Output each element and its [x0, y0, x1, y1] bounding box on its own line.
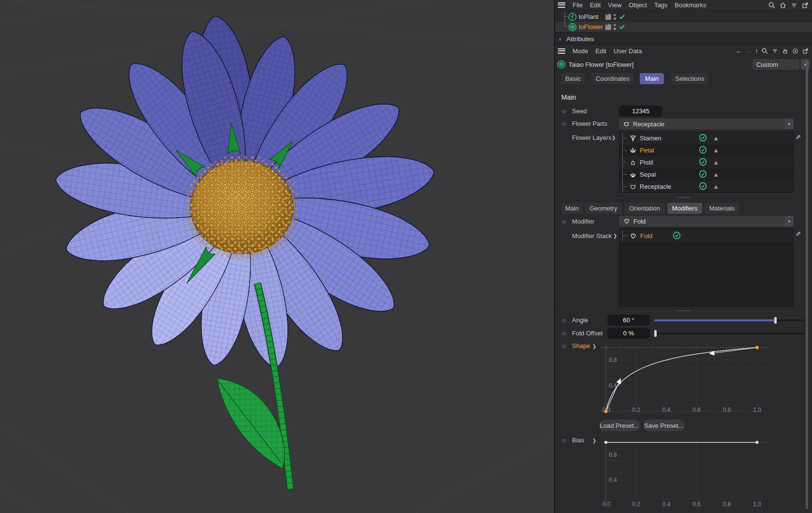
enabled-check-icon[interactable] [673, 231, 681, 240]
up-icon[interactable]: ↑ [755, 47, 758, 55]
preset-dropdown[interactable]: Custom [752, 59, 799, 70]
keyframe-diamond-icon[interactable]: ◇ [562, 317, 566, 323]
forward-icon[interactable]: → [745, 47, 752, 55]
hamburger-menu-icon[interactable] [558, 48, 565, 54]
save-preset-button[interactable]: Save Preset... [643, 420, 685, 431]
edit-pencil-icon[interactable] [605, 24, 611, 30]
home-icon[interactable] [779, 1, 787, 9]
angle-slider[interactable] [654, 319, 805, 321]
curve-point[interactable] [756, 441, 759, 444]
menu-user-data[interactable]: User Data [614, 47, 642, 55]
keyframe-diamond-icon[interactable]: ◇ [562, 219, 566, 224]
section-divider[interactable]: •••••• [555, 196, 812, 200]
section-divider[interactable]: •••••• [555, 309, 812, 314]
x-tick: 0.4 [662, 501, 671, 508]
popout-icon[interactable] [802, 47, 809, 55]
visibility-dots-icon[interactable] [614, 14, 616, 20]
expand-chevron-icon[interactable]: ❯ [592, 344, 596, 349]
edit-pencil-icon[interactable] [605, 14, 611, 20]
panel-scrollbar[interactable] [806, 59, 808, 509]
expand-chevron-icon[interactable]: ❯ [613, 233, 617, 239]
flower-3d-render[interactable] [0, 0, 554, 513]
target-icon[interactable] [792, 47, 799, 55]
seed-input[interactable]: 12345 [619, 106, 662, 117]
menu-edit[interactable]: Edit [596, 47, 606, 55]
close-icon[interactable]: × [558, 36, 561, 42]
menu-file[interactable]: File [572, 1, 583, 9]
tab-selections[interactable]: Selections [671, 73, 708, 84]
keyframe-diamond-icon[interactable]: ◇ [562, 108, 566, 114]
triangle-icon[interactable]: ▲ [713, 135, 719, 142]
layer-row-receptacle[interactable]: Receptacle ▲ [619, 181, 793, 193]
bias-curve-editor[interactable]: 0.8 0.4 0.0 0.2 0.4 0.6 0.8 1.0 [601, 436, 768, 513]
enabled-check-icon[interactable] [699, 182, 707, 190]
triangle-icon[interactable]: ▲ [713, 147, 719, 154]
menu-view[interactable]: View [608, 1, 621, 9]
slider-handle[interactable] [654, 330, 657, 337]
angle-input[interactable]: 60 ° [607, 315, 650, 326]
layer-row-stamen[interactable]: Stamen ▲ [619, 132, 793, 144]
flower-leaf[interactable] [217, 378, 285, 468]
search-icon[interactable] [768, 1, 776, 9]
filter-icon[interactable] [790, 1, 798, 9]
triangle-icon[interactable]: ▲ [713, 171, 719, 178]
keyframe-diamond-icon[interactable]: ◇ [562, 343, 566, 348]
expand-chevron-icon[interactable]: ❯ [592, 438, 596, 443]
enabled-check-icon[interactable] [618, 23, 626, 30]
tab-sub-orientation[interactable]: Orientation [624, 203, 665, 214]
slider-handle[interactable] [774, 317, 777, 324]
enabled-check-icon[interactable] [699, 134, 707, 142]
search-icon[interactable] [761, 47, 768, 55]
menu-tags[interactable]: Tags [654, 1, 667, 9]
tab-sub-materials[interactable]: Materials [705, 203, 739, 214]
keyframe-diamond-icon[interactable]: ◇ [562, 331, 566, 336]
enabled-check-icon[interactable] [618, 13, 626, 20]
triangle-icon[interactable]: ▲ [713, 183, 719, 190]
tab-main[interactable]: Main [640, 73, 664, 84]
curve-point[interactable] [755, 346, 759, 349]
menu-bookmarks[interactable]: Bookmarks [675, 1, 706, 9]
lock-icon[interactable] [782, 47, 789, 55]
menu-object[interactable]: Object [629, 1, 647, 9]
chevron-down-icon[interactable]: ▼ [785, 119, 794, 129]
tab-coordinates[interactable]: Coordinates [592, 73, 633, 84]
modifier-dropdown[interactable]: Fold [619, 216, 794, 226]
enabled-check-icon[interactable] [699, 158, 707, 166]
flower-parts-dropdown[interactable]: Receptacle [619, 119, 794, 129]
pick-pen-icon[interactable]: ✎ [796, 230, 801, 238]
tab-sub-main[interactable]: Main [561, 203, 583, 214]
keyframe-diamond-icon[interactable]: ◇ [562, 438, 566, 443]
enabled-check-icon[interactable] [699, 170, 707, 178]
chevron-down-icon[interactable]: ▼ [785, 216, 794, 226]
curve-point[interactable] [604, 441, 607, 444]
menu-mode[interactable]: Mode [572, 47, 588, 55]
object-row-toplant[interactable]: toPlant [555, 12, 812, 22]
pick-pen-icon[interactable]: ✎ [796, 134, 801, 141]
expand-chevron-icon[interactable]: ❯ [612, 135, 616, 140]
filter-icon[interactable] [771, 47, 779, 55]
layer-row-pistil[interactable]: Pistil ▲ [619, 156, 793, 168]
object-row-toflower[interactable]: toFlower [555, 22, 812, 32]
triangle-icon[interactable]: ▲ [713, 159, 719, 166]
visibility-dots-icon[interactable] [614, 24, 616, 30]
viewport-3d[interactable] [0, 0, 554, 513]
object-label[interactable]: toFlower [579, 23, 603, 30]
popout-icon[interactable] [801, 1, 809, 9]
load-preset-button[interactable]: Load Preset... [599, 420, 640, 431]
menu-edit[interactable]: Edit [590, 1, 601, 9]
enabled-check-icon[interactable] [699, 146, 707, 154]
fold-offset-slider[interactable] [654, 332, 805, 334]
object-label[interactable]: toPlant [579, 13, 598, 20]
tab-sub-geometry[interactable]: Geometry [585, 203, 622, 214]
tab-sub-modifiers[interactable]: Modifiers [667, 203, 702, 214]
fold-offset-input[interactable]: 0 % [607, 328, 650, 339]
layer-row-petal[interactable]: Petal ▲ [619, 144, 793, 156]
hamburger-menu-icon[interactable] [558, 2, 565, 8]
tab-basic[interactable]: Basic [561, 73, 585, 84]
chevron-down-icon[interactable]: ▼ [801, 59, 810, 70]
stack-row-fold[interactable]: Fold [619, 230, 793, 242]
back-icon[interactable]: ← [736, 47, 742, 55]
layer-row-sepal[interactable]: Sepal ▲ [619, 168, 793, 181]
keyframe-diamond-icon[interactable]: ◇ [562, 121, 566, 126]
shape-curve-editor[interactable]: 0.8 0.4 0.0 0.2 0.4 0.6 0.8 1.0 [601, 340, 768, 414]
